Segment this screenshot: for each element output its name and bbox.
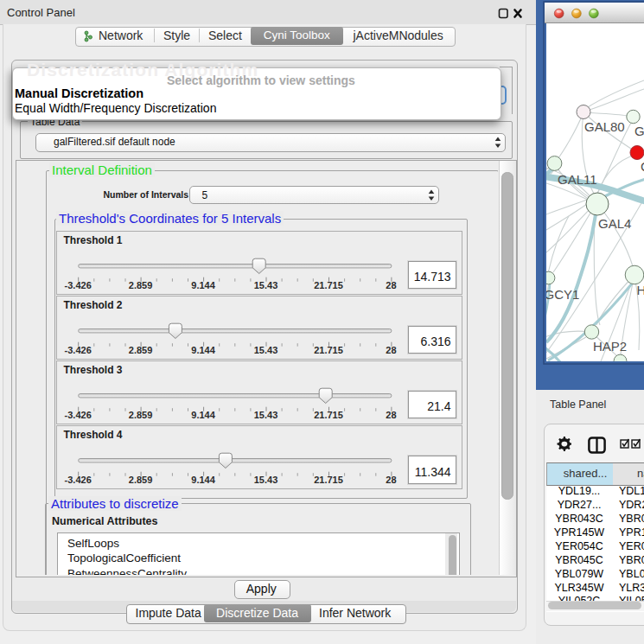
svg-text:GA: GA [634,124,644,138]
svg-text:GAL11: GAL11 [558,172,597,187]
svg-text:GAL4: GAL4 [598,216,631,231]
svg-text:GAL80: GAL80 [584,119,625,134]
svg-text:C: C [641,159,644,174]
svg-text:H: H [637,283,644,297]
svg-text:HAP2: HAP2 [593,339,627,354]
svg-text:GCY1: GCY1 [545,287,580,302]
